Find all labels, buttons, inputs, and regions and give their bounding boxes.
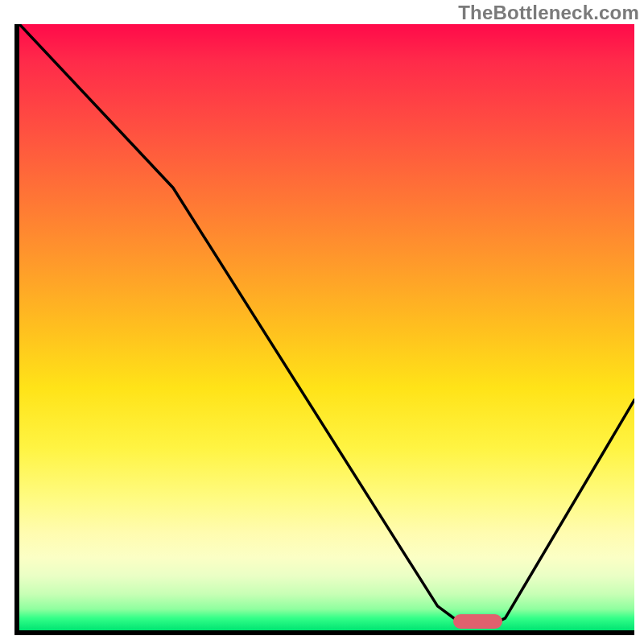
- watermark-text: TheBottleneck.com: [458, 2, 639, 24]
- chart-curve: [19, 24, 634, 630]
- plot-area: [14, 24, 634, 635]
- chart-marker: [453, 614, 502, 629]
